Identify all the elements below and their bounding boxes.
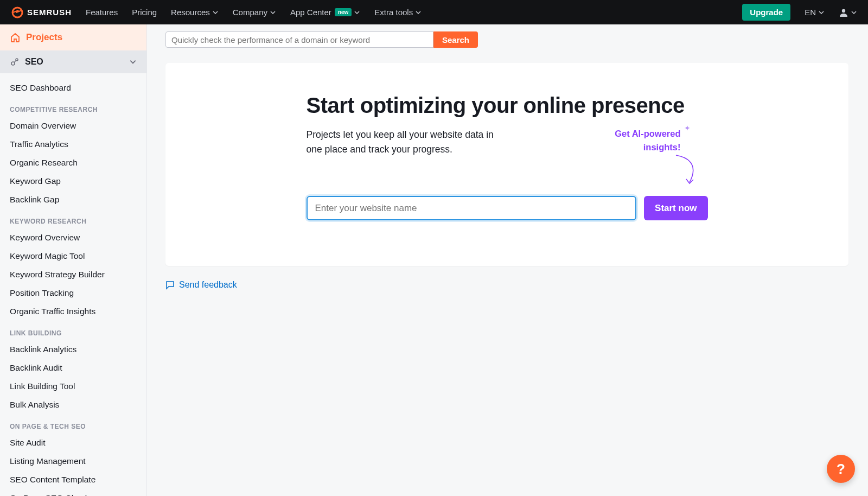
sidebar-item[interactable]: Domain Overview: [0, 117, 146, 135]
start-now-button[interactable]: Start now: [644, 196, 707, 220]
sidebar-group-header: KEYWORD RESEARCH: [0, 209, 146, 228]
chevron-down-icon: [212, 9, 219, 16]
quick-search-bar: Search: [165, 31, 848, 48]
user-menu[interactable]: [839, 8, 857, 17]
sidebar-item[interactable]: Keyword Magic Tool: [0, 247, 146, 265]
new-badge: new: [335, 8, 352, 16]
website-input[interactable]: [307, 196, 637, 220]
sidebar-group-header: COMPETITIVE RESEARCH: [0, 97, 146, 117]
nav-extra-tools[interactable]: Extra tools: [374, 8, 422, 17]
home-icon: [10, 32, 21, 43]
sidebar-item[interactable]: Keyword Strategy Builder: [0, 265, 146, 284]
chevron-down-icon: [270, 9, 276, 16]
chevron-down-icon: [851, 9, 857, 16]
svg-line-4: [14, 60, 16, 62]
svg-point-1: [842, 9, 845, 12]
nav-pricing[interactable]: Pricing: [132, 8, 157, 17]
sidebar-item[interactable]: Backlink Gap: [0, 190, 146, 209]
language-switcher[interactable]: EN: [805, 8, 825, 17]
sidebar-item[interactable]: Keyword Overview: [0, 228, 146, 247]
sidebar-projects-label: Projects: [26, 32, 62, 43]
main-content: Search Start optimizing your online pres…: [147, 24, 868, 496]
sidebar-item[interactable]: Keyword Gap: [0, 172, 146, 190]
chevron-down-icon: [818, 9, 825, 16]
sidebar-item[interactable]: Organic Research: [0, 154, 146, 172]
send-feedback-link[interactable]: Send feedback: [165, 280, 848, 290]
seo-icon: [10, 57, 20, 67]
sidebar-seo-toggle[interactable]: SEO: [0, 50, 146, 73]
sidebar-item[interactable]: Site Audit: [0, 434, 146, 452]
chat-icon: [165, 281, 175, 290]
sidebar-group-header: ON PAGE & TECH SEO: [0, 414, 146, 434]
sidebar-item[interactable]: SEO Dashboard: [0, 79, 146, 97]
logo-icon: [11, 6, 24, 19]
sidebar-item[interactable]: On Page SEO Checker: [0, 489, 146, 496]
chevron-down-icon: [415, 9, 422, 16]
sidebar-seo-label: SEO: [25, 57, 43, 67]
arrow-icon: [673, 154, 700, 187]
chevron-down-icon: [129, 58, 137, 66]
brand-logo[interactable]: SEMRUSH: [11, 6, 72, 19]
sidebar-item[interactable]: Backlink Audit: [0, 359, 146, 377]
upgrade-button[interactable]: Upgrade: [742, 4, 790, 21]
sidebar-item[interactable]: Bulk Analysis: [0, 396, 146, 414]
brand-text: SEMRUSH: [27, 8, 72, 17]
page-title: Start optimizing your online presence: [307, 93, 708, 118]
nav-resources[interactable]: Resources: [171, 8, 219, 17]
onboarding-card: Start optimizing your online presence Pr…: [165, 63, 848, 266]
sparkle-icon: ✦: [684, 124, 691, 132]
sidebar-item[interactable]: Position Tracking: [0, 284, 146, 302]
sidebar-item[interactable]: Organic Traffic Insights: [0, 302, 146, 321]
sidebar-group-header: LINK BUILDING: [0, 321, 146, 340]
nav-features[interactable]: Features: [86, 8, 118, 17]
ai-insights-callout: Get AI-powered insights!: [615, 127, 680, 154]
quick-search-input[interactable]: [165, 31, 433, 48]
search-button[interactable]: Search: [433, 31, 478, 48]
sidebar-item[interactable]: Backlink Analytics: [0, 340, 146, 359]
sidebar-item[interactable]: Traffic Analytics: [0, 135, 146, 154]
nav-company[interactable]: Company: [233, 8, 276, 17]
nav-app-center[interactable]: App Centernew: [290, 8, 360, 17]
sidebar: Projects SEO SEO Dashboard COMPETITIVE R…: [0, 24, 147, 496]
sidebar-projects[interactable]: Projects: [0, 24, 146, 50]
sidebar-item[interactable]: Listing Management: [0, 452, 146, 470]
help-button[interactable]: ?: [827, 455, 855, 483]
sidebar-item[interactable]: Link Building Tool: [0, 377, 146, 396]
user-icon: [839, 8, 848, 17]
chevron-down-icon: [354, 9, 360, 16]
top-navbar: SEMRUSH Features Pricing Resources Compa…: [0, 0, 868, 24]
sidebar-item[interactable]: SEO Content Template: [0, 470, 146, 489]
page-subtitle: Projects let you keep all your website d…: [307, 128, 507, 157]
